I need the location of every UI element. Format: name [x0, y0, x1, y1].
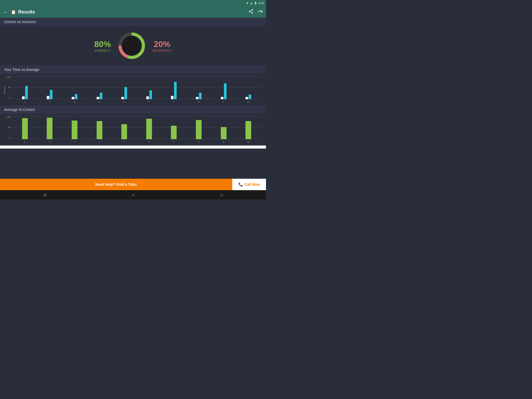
recent-nav-button[interactable]: □: [221, 193, 223, 197]
time-bar-group-5: [112, 76, 137, 99]
avg-bar-group-3: [62, 116, 87, 139]
avg-correct-chart-area: 100 50 0 12345678910: [4, 116, 262, 144]
time-display: 4:14: [258, 2, 264, 5]
y-axis-title: Seconds: [3, 86, 6, 94]
time-bar-group-8: [186, 76, 211, 99]
help-text[interactable]: Need Help? Find a Tutor: [0, 179, 232, 190]
signal-icon: ▲: [250, 2, 253, 5]
correct-text: CORRECT: [94, 49, 111, 52]
avg-x-label-6: 6: [137, 141, 162, 143]
share-button[interactable]: [248, 9, 254, 15]
white-bar-8: [196, 97, 198, 99]
green-bar-5: [121, 124, 127, 139]
time-x-label-8: 8: [186, 101, 211, 103]
teal-bar-3: [75, 94, 77, 99]
teal-bar-6: [149, 90, 152, 99]
avg-bar-group-6: [137, 116, 162, 139]
avg-correct-chart-section: 100 50 0 12345678910: [0, 114, 266, 145]
avg-x-label-7: 7: [162, 141, 187, 143]
green-bar-2: [47, 118, 52, 139]
avg-x-label-4: 4: [87, 141, 112, 143]
avg-y-label-50: 50: [8, 126, 11, 129]
teal-bar-4: [100, 93, 102, 99]
time-chart-section: 100 50 0 Seconds 12345678910: [0, 74, 266, 105]
avg-bar-group-10: [236, 116, 261, 139]
home-nav-button[interactable]: ○: [132, 193, 134, 197]
teal-bar-5: [124, 87, 127, 99]
toolbar: ← 📋 Results: [0, 6, 266, 18]
status-bar-icons: ▼ ▲ 🔋 4:14: [246, 2, 264, 5]
teal-bar-7: [174, 82, 177, 99]
reply-button[interactable]: [258, 9, 263, 15]
avg-bar-group-9: [211, 116, 236, 139]
time-x-label-6: 6: [137, 101, 162, 103]
avg-bar-group-1: [12, 116, 37, 139]
content-scroll[interactable]: Correct vs Incorrect 80% CORRECT: [0, 18, 266, 179]
time-x-label-7: 7: [162, 101, 187, 103]
white-bar-2: [47, 96, 49, 99]
avg-x-label-5: 5: [112, 141, 137, 143]
teal-bar-2: [50, 90, 52, 99]
white-bar-9: [221, 97, 223, 99]
nav-bar: ◁ ○ □: [0, 190, 266, 200]
incorrect-percent: 20%: [152, 39, 172, 49]
time-x-label-2: 2: [37, 101, 62, 103]
teal-bar-8: [199, 93, 202, 99]
time-x-label-9: 9: [211, 101, 236, 103]
white-bar-1: [22, 96, 25, 99]
white-bar-3: [72, 97, 74, 99]
time-bar-group-3: [62, 76, 87, 99]
back-button[interactable]: ←: [3, 9, 8, 15]
time-bar-group-6: [137, 76, 162, 99]
avg-x-label-3: 3: [62, 141, 87, 143]
incorrect-text: INCORRECT: [152, 49, 172, 52]
avg-chart-bars-area: [11, 116, 262, 139]
avg-bar-group-5: [112, 116, 137, 139]
avg-bars-container: [11, 116, 262, 139]
avg-x-label-1: 1: [12, 141, 37, 143]
time-bar-group-4: [87, 76, 112, 99]
time-chart-area: 100 50 0 Seconds 12345678910: [4, 76, 262, 104]
avg-bar-group-7: [162, 116, 187, 139]
correct-percent: 80%: [94, 39, 111, 49]
green-bar-9: [221, 127, 227, 139]
svg-point-4: [123, 37, 140, 54]
green-bar-4: [97, 121, 102, 139]
white-bar-10: [245, 97, 248, 99]
time-bars-container: [11, 76, 262, 99]
call-now-button[interactable]: 📞 Call Now: [232, 179, 266, 190]
avg-correct-header: Average % Correct: [0, 105, 266, 114]
call-now-text: Call Now: [244, 182, 260, 187]
y-label-50: 50: [8, 86, 11, 89]
green-bar-6: [146, 119, 152, 139]
toolbar-actions: [248, 9, 263, 15]
donut-section: 80% CORRECT 20%: [0, 26, 266, 65]
white-bar-6: [146, 96, 149, 99]
time-x-label-10: 10: [236, 101, 261, 103]
time-bar-group-9: [211, 76, 236, 99]
correct-label: 80% CORRECT: [94, 39, 111, 52]
time-x-label-4: 4: [87, 101, 112, 103]
avg-bar-group-8: [186, 116, 211, 139]
y-label-0: 0: [9, 97, 11, 99]
y-label-100: 100: [7, 76, 11, 78]
green-bar-3: [72, 121, 77, 139]
time-x-label-1: 1: [12, 101, 37, 103]
page-title: Results: [18, 9, 248, 15]
green-bar-8: [196, 120, 202, 139]
avg-y-label-100: 100: [7, 116, 11, 118]
time-bar-group-2: [37, 76, 62, 99]
avg-x-label-2: 2: [37, 141, 62, 143]
incorrect-label: 20% INCORRECT: [152, 39, 172, 52]
avg-x-label-10: 10: [236, 141, 261, 143]
phone-icon: 📞: [238, 182, 243, 187]
green-bar-1: [22, 118, 28, 139]
status-bar: ▼ ▲ 🔋 4:14: [0, 0, 266, 6]
correct-vs-incorrect-header: Correct vs Incorrect: [0, 18, 266, 26]
time-bar-group-7: [162, 76, 187, 99]
avg-y-label-0: 0: [9, 137, 11, 139]
green-bar-7: [171, 126, 177, 139]
white-bar-7: [171, 96, 174, 99]
donut-chart: [116, 30, 147, 61]
back-nav-button[interactable]: ◁: [43, 193, 46, 197]
